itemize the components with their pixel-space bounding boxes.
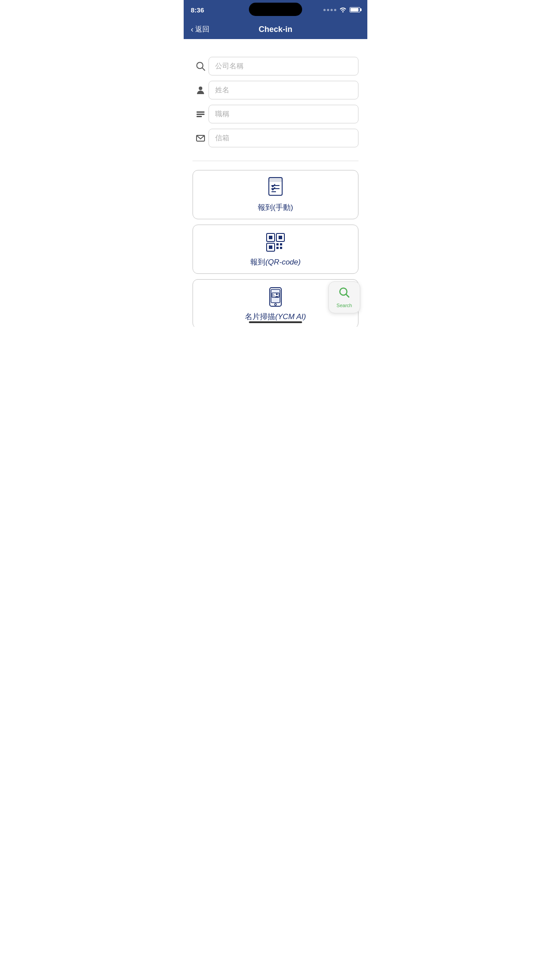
manual-checkin-label: 報到(手動)	[258, 202, 293, 213]
company-input-group	[193, 57, 358, 75]
qrcode-checkin-label: 報到(QR-code)	[250, 257, 300, 267]
search-fab-button[interactable]: Search	[328, 281, 360, 313]
svg-rect-20	[276, 247, 279, 249]
svg-rect-5	[197, 116, 202, 117]
email-icon	[193, 133, 209, 143]
svg-rect-17	[269, 245, 272, 249]
back-label: 返回	[195, 25, 209, 34]
qrcode-checkin-button[interactable]: 報到(QR-code)	[193, 225, 358, 274]
nav-bar: ‹ 返回 Check-in	[184, 20, 367, 39]
company-input[interactable]	[209, 57, 358, 75]
svg-point-2	[199, 87, 202, 90]
svg-rect-21	[280, 247, 282, 249]
divider	[193, 161, 358, 161]
email-input-group	[193, 129, 358, 147]
wifi-icon	[339, 6, 347, 14]
back-button[interactable]: ‹ 返回	[191, 25, 209, 34]
svg-point-0	[197, 63, 203, 69]
svg-rect-18	[276, 243, 279, 245]
back-arrow-icon: ‹	[191, 25, 193, 34]
signal-dot-1	[323, 9, 326, 11]
svg-line-1	[202, 68, 205, 71]
title-input-group	[193, 105, 358, 123]
person-icon	[193, 85, 209, 95]
battery-icon	[350, 7, 360, 12]
svg-rect-16	[279, 236, 282, 239]
manual-checkin-button[interactable]: 報到(手動)	[193, 170, 358, 219]
form-section	[193, 57, 358, 147]
qrcode-icon	[264, 231, 287, 253]
svg-rect-19	[280, 243, 282, 245]
search-icon	[193, 61, 209, 71]
card-scan-icon	[264, 286, 287, 308]
title-icon	[193, 109, 209, 119]
name-input-group	[193, 81, 358, 99]
signal-dot-4	[334, 9, 336, 11]
page-title: Check-in	[259, 25, 292, 34]
notch	[249, 3, 302, 16]
svg-rect-4	[197, 114, 205, 115]
svg-rect-8	[269, 178, 282, 182]
fab-search-icon	[338, 287, 350, 301]
svg-rect-3	[197, 111, 205, 113]
status-icons	[323, 6, 360, 14]
svg-line-35	[346, 294, 349, 297]
email-input[interactable]	[209, 129, 358, 147]
svg-point-34	[340, 288, 347, 295]
checklist-icon	[264, 177, 287, 199]
signal-dot-3	[331, 9, 333, 11]
title-input[interactable]	[209, 105, 358, 123]
card-scan-label: 名片掃描(YCM AI)	[245, 312, 306, 322]
name-input[interactable]	[209, 81, 358, 99]
status-time: 8:36	[191, 6, 209, 14]
fab-label: Search	[337, 303, 352, 308]
signal-dot-2	[327, 9, 329, 11]
status-bar: 8:36	[184, 0, 367, 20]
signal-dots	[323, 9, 336, 11]
svg-point-27	[276, 293, 278, 295]
home-indicator	[249, 321, 302, 323]
svg-rect-15	[269, 236, 272, 239]
